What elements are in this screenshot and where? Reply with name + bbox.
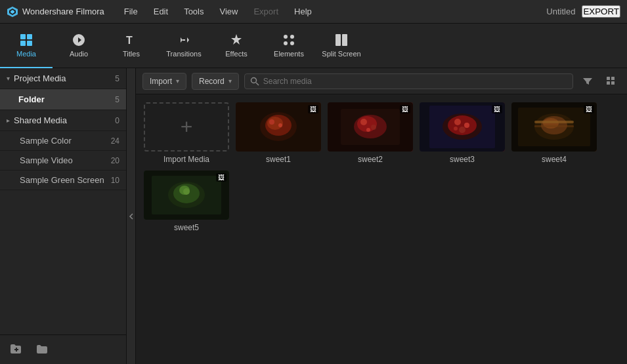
grid-view-button[interactable]: [602, 72, 620, 91]
svg-point-33: [366, 128, 370, 132]
toolbar-elements[interactable]: Elements: [263, 24, 315, 68]
menu-bar: File Edit Tools View Export Help: [118, 4, 547, 19]
sidebar-shared-media-count: 0: [115, 116, 119, 125]
media-type-icon: 🖼: [308, 105, 318, 113]
sidebar-project-media[interactable]: ▾ Project Media 5: [0, 68, 126, 89]
svg-point-25: [269, 119, 274, 125]
export-button[interactable]: EXPORT: [582, 5, 620, 18]
media-thumb-sweet4: 🖼: [511, 102, 597, 152]
grid-icon: [606, 76, 616, 87]
svg-rect-20: [611, 81, 615, 85]
media-type-icon: 🖼: [400, 105, 410, 113]
sidebar-sample-green-screen[interactable]: Sample Green Screen 10: [0, 171, 126, 190]
new-folder-alt-button[interactable]: [33, 340, 51, 359]
content-toolbar: Import ▾ Record ▾: [136, 68, 627, 94]
sidebar-sample-green-screen-label: Sample Green Screen: [20, 175, 104, 185]
sidebar-shared-media-label: Shared Media: [14, 115, 115, 125]
toolbar-elements-label: Elements: [274, 50, 304, 58]
media-item-sweet3[interactable]: 🖼 sweet3: [420, 102, 505, 164]
svg-rect-17: [607, 77, 610, 80]
svg-point-32: [371, 125, 376, 130]
toolbar-effects[interactable]: Effects: [210, 24, 263, 68]
media-label-sweet1: sweet1: [266, 155, 291, 164]
sidebar-shared-media[interactable]: ▸ Shared Media 0: [0, 110, 126, 131]
sidebar-folder[interactable]: Folder 5: [0, 89, 126, 110]
svg-point-11: [284, 41, 288, 45]
media-type-icon: 🖼: [584, 105, 594, 113]
media-thumb-sweet1: 🖼: [236, 102, 321, 152]
chevron-down-icon: ▾: [7, 75, 10, 82]
sidebar-sample-color-label: Sample Color: [20, 136, 72, 146]
toolbar-titles[interactable]: T Titles: [105, 24, 158, 68]
menu-export[interactable]: Export: [247, 4, 285, 19]
plus-icon: +: [181, 115, 193, 139]
sidebar-sample-color[interactable]: Sample Color 24: [0, 131, 126, 151]
filter-icon: [582, 76, 593, 87]
menu-view[interactable]: View: [213, 4, 244, 19]
toolbar-media[interactable]: Media: [0, 24, 53, 68]
svg-point-26: [278, 123, 282, 127]
sidebar-sample-video-count: 20: [111, 156, 119, 165]
import-dropdown[interactable]: Import ▾: [142, 73, 186, 90]
toolbar-transitions[interactable]: Transitions: [158, 24, 210, 68]
svg-point-31: [360, 119, 367, 125]
media-item-sweet1[interactable]: 🖼 sweet1: [236, 102, 321, 164]
record-label: Record: [199, 77, 225, 86]
menu-file[interactable]: File: [118, 4, 144, 19]
new-folder-button[interactable]: [7, 340, 25, 359]
content-area: Import ▾ Record ▾ +: [136, 68, 627, 364]
svg-point-39: [464, 123, 469, 128]
import-label: Import: [150, 77, 172, 86]
svg-point-38: [454, 119, 461, 125]
media-thumb-sweet2: 🖼: [328, 102, 413, 152]
media-item-sweet5[interactable]: 🖼 sweet5: [144, 171, 229, 232]
svg-point-10: [290, 35, 294, 39]
record-dropdown[interactable]: Record ▾: [192, 73, 239, 90]
app-name: Wondershare Filmora: [22, 7, 104, 16]
svg-point-55: [183, 188, 190, 195]
sidebar: ▾ Project Media 5 Folder 5 ▸ Shared Medi…: [0, 68, 127, 364]
svg-rect-48: [534, 125, 574, 127]
search-icon: [250, 77, 259, 86]
media-label-sweet4: sweet4: [542, 155, 567, 164]
toolbar-audio-label: Audio: [70, 50, 88, 58]
sidebar-folder-count: 5: [115, 95, 119, 104]
sidebar-sample-video[interactable]: Sample Video 20: [0, 151, 126, 171]
toolbar-splitscreen[interactable]: Split Screen: [315, 24, 368, 68]
app-logo: Wondershare Filmora: [7, 6, 104, 18]
filter-button[interactable]: [578, 72, 597, 91]
svg-point-12: [290, 41, 294, 45]
menu-help[interactable]: Help: [288, 4, 318, 19]
toolbar-audio[interactable]: Audio: [53, 24, 105, 68]
search-input[interactable]: [263, 77, 567, 86]
record-chevron-icon: ▾: [228, 77, 232, 85]
sidebar-collapse-button[interactable]: [127, 68, 136, 364]
svg-text:T: T: [126, 35, 133, 46]
title-bar: Wondershare Filmora File Edit Tools View…: [0, 0, 627, 24]
svg-rect-3: [20, 34, 26, 39]
toolbar-splitscreen-label: Split Screen: [322, 50, 360, 58]
menu-edit[interactable]: Edit: [147, 4, 175, 19]
media-item-sweet4[interactable]: 🖼 sweet4: [511, 102, 597, 164]
media-type-icon: 🖼: [492, 105, 502, 113]
menu-tools[interactable]: Tools: [177, 4, 210, 19]
svg-point-40: [459, 127, 465, 133]
toolbar: Media Audio T Titles Transitions Effects…: [0, 24, 627, 68]
svg-rect-18: [611, 77, 615, 80]
media-type-icon: 🖼: [216, 173, 227, 182]
media-item-sweet2[interactable]: 🖼 sweet2: [328, 102, 413, 164]
toolbar-effects-label: Effects: [225, 50, 247, 58]
media-thumb-sweet5: 🖼: [144, 171, 229, 220]
toolbar-media-label: Media: [16, 50, 36, 58]
main-content: ▾ Project Media 5 Folder 5 ▸ Shared Medi…: [0, 68, 627, 364]
svg-point-9: [284, 35, 288, 39]
import-media-button[interactable]: +: [144, 102, 229, 152]
sidebar-footer: [0, 334, 126, 364]
sidebar-folder-label: Folder: [18, 94, 115, 104]
sidebar-project-media-label: Project Media: [14, 73, 115, 83]
media-import-item[interactable]: + Import Media: [144, 102, 229, 164]
toolbar-titles-label: Titles: [123, 50, 140, 58]
svg-rect-19: [607, 81, 610, 85]
media-label-sweet2: sweet2: [358, 155, 383, 164]
chevron-right-icon: ▸: [7, 117, 10, 124]
